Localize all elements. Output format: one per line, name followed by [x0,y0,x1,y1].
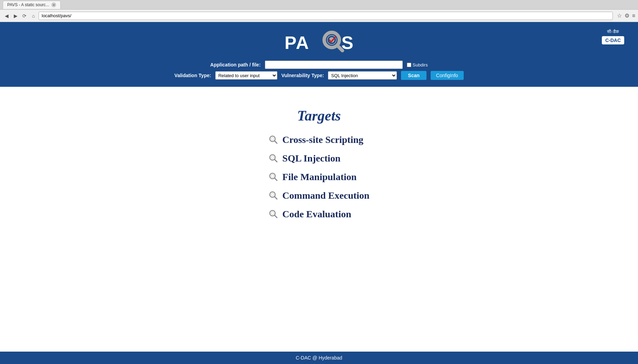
app-header: सी-डैक C-DAC PA S Application path / [0,22,638,87]
target-label-codeeval: Code Evaluation [282,209,351,220]
targets-title: Targets [297,107,341,124]
list-item: Code Evaluation [269,209,370,220]
target-label-sqli: SQL Injection [282,153,341,164]
subdirs-checkbox[interactable] [407,63,411,67]
back-button[interactable]: ◀ [3,12,10,20]
form-row-2: Validation Type: Related to user input V… [174,71,463,80]
subdirs-label: Subdirs [407,62,428,67]
extensions-icon[interactable]: ⚙ [625,12,629,19]
menu-icon[interactable]: ≡ [632,13,635,19]
browser-nav-bar: ◀ ▶ ⟳ ⌂ ☆ ⚙ ≡ [0,10,638,22]
svg-line-17 [275,197,277,199]
target-label-xss: Cross-site Scripting [282,134,363,145]
forward-button[interactable]: ▶ [12,12,19,20]
tab-close-button[interactable]: ✕ [51,2,56,7]
vulnerability-type-label: Vulnerability Type: [281,73,324,78]
svg-line-14 [275,178,277,180]
svg-point-13 [271,175,274,177]
svg-text:PA: PA [285,33,309,53]
svg-point-10 [271,156,274,159]
bookmark-icon[interactable]: ☆ [617,12,622,19]
browser-tab[interactable]: PAVS - A static sourc... ✕ [3,1,61,9]
browser-chrome: PAVS - A static sourc... ✕ ◀ ▶ ⟳ ⌂ ☆ ⚙ ≡ [0,0,638,22]
path-label: Application path / file: [210,62,260,67]
logo-container: PA S [281,29,357,54]
target-list: Cross-site Scripting SQL Injection [269,134,370,227]
home-button[interactable]: ⌂ [30,12,37,20]
svg-line-20 [275,215,277,218]
target-label-fileman: File Manipulation [282,171,357,183]
paqs-logo: PA S [281,29,357,53]
svg-line-8 [275,141,277,143]
svg-point-16 [271,193,274,196]
scan-icon-codeeval [269,209,278,219]
list-item: File Manipulation [269,171,370,183]
cdac-logo: सी-डैक C-DAC [602,29,624,44]
svg-point-19 [271,212,274,215]
cdac-badge: C-DAC [602,36,624,44]
path-input[interactable] [265,61,403,69]
validation-type-label: Validation Type: [174,73,211,78]
scan-icon-fileman [269,172,278,182]
scan-icon-cmdexec [269,191,278,200]
scan-icon-xss [269,135,278,145]
list-item: Cross-site Scripting [269,134,370,145]
address-bar[interactable] [39,12,613,20]
reload-button[interactable]: ⟳ [21,12,28,20]
scan-icon-sqli [269,154,278,163]
main-content: Targets Cross-site Scripting [0,87,638,364]
browser-tab-bar: PAVS - A static sourc... ✕ [0,0,638,10]
scan-button[interactable]: Scan [401,71,426,80]
vulnerability-type-select[interactable]: SQL Injection Cross-site Scripting File … [328,71,397,80]
tab-title: PAVS - A static sourc... [7,2,49,7]
validation-type-select[interactable]: Related to user input [215,71,277,80]
svg-line-11 [275,159,277,162]
svg-text:S: S [341,33,353,53]
app-footer: C-DAC @ Hyderabad [0,352,638,364]
list-item: SQL Injection [269,153,370,164]
target-label-cmdexec: Command Execution [282,190,370,201]
form-row-1: Application path / file: Subdirs [210,61,428,69]
cdac-hindi-text: सी-डैक [602,29,624,35]
footer-text: C-DAC @ Hyderabad [296,355,342,361]
svg-point-7 [271,137,274,140]
list-item: Command Execution [269,190,370,201]
configinfo-button[interactable]: ConfigInfo [431,71,464,80]
